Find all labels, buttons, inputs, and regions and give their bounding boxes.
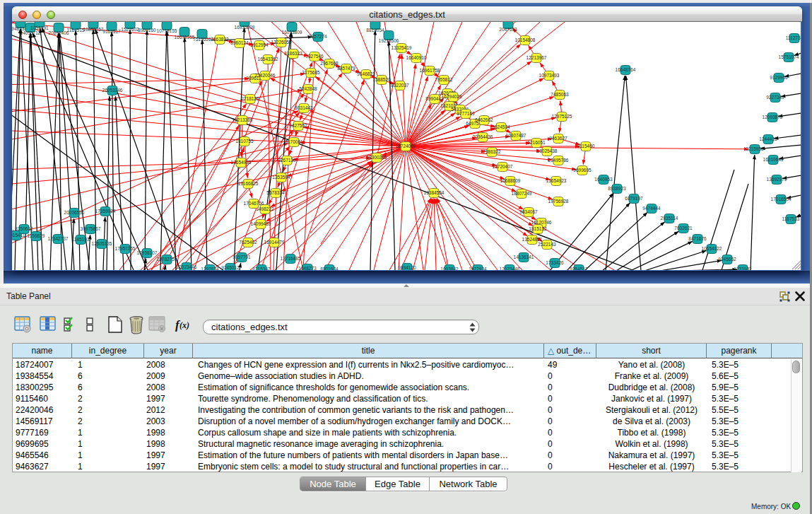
- svg-text:8938923: 8938923: [608, 186, 626, 191]
- svg-text:8912954: 8912954: [250, 42, 269, 47]
- svg-text:9284512: 9284512: [570, 267, 588, 270]
- svg-text:1672934: 1672934: [469, 267, 487, 270]
- svg-text:7357274: 7357274: [309, 34, 327, 39]
- svg-text:10958107: 10958107: [137, 250, 158, 255]
- svg-text:12023448: 12023448: [500, 267, 520, 270]
- svg-text:13716485: 13716485: [281, 256, 301, 261]
- svg-text:17016504: 17016504: [771, 197, 792, 201]
- svg-text:5578334: 5578334: [266, 190, 285, 195]
- svg-text:1815132: 1815132: [529, 226, 547, 231]
- svg-text:20691406: 20691406: [49, 30, 69, 35]
- svg-text:7625402: 7625402: [239, 240, 257, 245]
- svg-text:1184515: 1184515: [67, 28, 85, 33]
- svg-text:10688609: 10688609: [500, 178, 521, 183]
- svg-text:9834067: 9834067: [519, 209, 538, 214]
- svg-text:12093872: 12093872: [763, 115, 783, 119]
- svg-text:2522143: 2522143: [538, 242, 556, 247]
- svg-text:1733982: 1733982: [734, 267, 752, 270]
- svg-text:12213369: 12213369: [233, 117, 253, 122]
- svg-text:12342737: 12342737: [48, 236, 69, 241]
- svg-text:16033809: 16033809: [282, 30, 302, 35]
- svg-text:7632621: 7632621: [674, 226, 693, 230]
- svg-text:10719155: 10719155: [157, 28, 177, 33]
- svg-text:17957255: 17957255: [115, 246, 136, 251]
- svg-text:12505135: 12505135: [92, 241, 112, 246]
- svg-text:13654923: 13654923: [546, 178, 567, 183]
- svg-text:1058391: 1058391: [30, 25, 49, 30]
- svg-text:8031442: 8031442: [295, 105, 313, 110]
- svg-text:16543362: 16543362: [258, 57, 278, 62]
- svg-text:9146821: 9146821: [357, 71, 375, 76]
- svg-text:8960124: 8960124: [230, 40, 249, 45]
- svg-text:15751074: 15751074: [779, 54, 799, 59]
- svg-text:18300295: 18300295: [367, 155, 387, 160]
- svg-text:8990443: 8990443: [425, 96, 444, 101]
- svg-text:3175685: 3175685: [302, 70, 320, 75]
- svg-text:2967608: 2967608: [320, 61, 339, 66]
- svg-text:10025438: 10025438: [537, 148, 558, 153]
- svg-text:1093842: 1093842: [440, 267, 459, 270]
- svg-text:20364436: 20364436: [473, 134, 493, 139]
- svg-text:1848273: 1848273: [298, 266, 317, 270]
- svg-text:8186323: 8186323: [284, 51, 302, 56]
- svg-text:16210643: 16210643: [763, 157, 784, 162]
- svg-text:8801934: 8801934: [320, 267, 339, 270]
- svg-text:12023446: 12023446: [177, 264, 197, 269]
- svg-text:9934120: 9934120: [398, 265, 416, 270]
- svg-text:18807249: 18807249: [512, 191, 532, 196]
- svg-text:1156829: 1156829: [28, 233, 45, 238]
- svg-text:1244415: 1244415: [759, 136, 777, 141]
- svg-text:16782759: 16782759: [157, 257, 177, 262]
- svg-text:13720407: 13720407: [493, 164, 513, 169]
- svg-text:9227341: 9227341: [766, 95, 784, 100]
- svg-text:19384554: 19384554: [424, 190, 445, 195]
- svg-text:19218506: 19218506: [379, 38, 399, 43]
- svg-text:9474444: 9474444: [642, 206, 661, 211]
- svg-text:16914479: 16914479: [264, 240, 285, 245]
- svg-text:10853257: 10853257: [83, 27, 104, 32]
- svg-text:3350612: 3350612: [15, 226, 33, 231]
- svg-text:16120746: 16120746: [531, 220, 552, 225]
- svg-text:17046766: 17046766: [244, 201, 264, 206]
- svg-text:(x): (x): [180, 320, 189, 330]
- svg-text:3498222: 3498222: [256, 206, 274, 211]
- svg-text:14055712: 14055712: [20, 30, 41, 35]
- svg-text:1353594: 1353594: [272, 175, 290, 180]
- svg-text:16933809: 16933809: [235, 25, 255, 30]
- svg-text:9245012: 9245012: [221, 265, 240, 270]
- svg-text:3624534: 3624534: [492, 124, 510, 129]
- svg-text:8322037: 8322037: [391, 83, 409, 88]
- svg-text:8813054: 8813054: [366, 28, 384, 33]
- svg-text:1810755: 1810755: [235, 139, 254, 144]
- svg-text:7955812: 7955812: [435, 77, 453, 82]
- svg-text:12975125: 12975125: [552, 114, 572, 119]
- svg-text:30975867: 30975867: [81, 226, 101, 231]
- svg-text:10973493: 10973493: [539, 73, 560, 78]
- svg-text:9327546: 9327546: [305, 54, 324, 59]
- svg-text:12213967: 12213967: [526, 55, 547, 60]
- svg-text:18724007: 18724007: [396, 144, 416, 148]
- svg-text:6216051: 6216051: [527, 140, 546, 145]
- svg-text:19756928: 19756928: [548, 199, 569, 204]
- svg-text:6879197: 6879197: [625, 196, 643, 201]
- svg-text:5242848: 5242848: [299, 86, 317, 91]
- svg-text:1292834: 1292834: [201, 267, 219, 270]
- svg-text:2935114: 2935114: [661, 216, 678, 221]
- svg-text:7515526: 7515526: [193, 37, 211, 42]
- svg-text:23420046: 23420046: [255, 73, 276, 78]
- svg-text:16648764: 16648764: [616, 67, 636, 72]
- svg-text:9129966: 9129966: [770, 75, 788, 80]
- svg-text:10807487: 10807487: [506, 133, 526, 138]
- svg-text:13692971: 13692971: [767, 177, 787, 182]
- svg-text:1733426: 1733426: [546, 260, 564, 265]
- svg-text:16640910: 16640910: [406, 55, 427, 60]
- svg-text:2047682: 2047682: [499, 27, 517, 32]
- svg-text:9699695: 9699695: [573, 168, 592, 173]
- svg-text:8457479: 8457479: [337, 66, 355, 71]
- svg-text:3267130: 3267130: [278, 158, 296, 163]
- svg-text:16671355: 16671355: [175, 35, 195, 40]
- svg-text:8471676: 8471676: [688, 236, 707, 241]
- svg-text:9245652: 9245652: [718, 257, 736, 262]
- svg-text:23495786: 23495786: [548, 158, 569, 163]
- svg-text:16961758: 16961758: [420, 68, 440, 73]
